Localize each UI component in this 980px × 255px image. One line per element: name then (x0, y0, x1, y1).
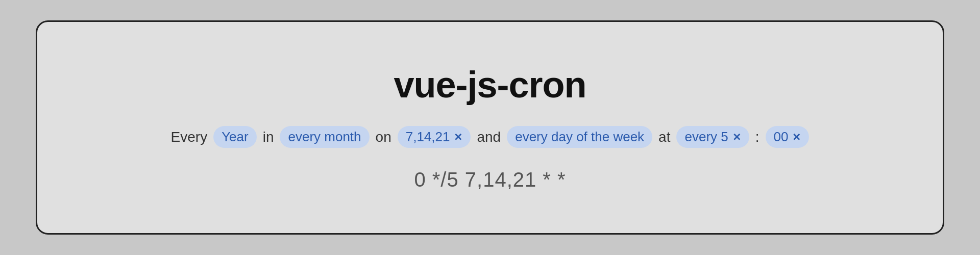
minutes-pill[interactable]: 00 ✕ (766, 126, 810, 148)
weekday-pill-text: every day of the week (515, 129, 644, 145)
colon-label: : (755, 129, 760, 145)
minutes-pill-text: 00 (774, 129, 789, 145)
month-pill[interactable]: every month (280, 126, 369, 148)
main-card: vue-js-cron Every Year in every month on… (36, 20, 944, 235)
in-label: in (263, 129, 274, 145)
period-pill-text: Year (222, 129, 249, 145)
app-title: vue-js-cron (394, 64, 586, 106)
hours-pill[interactable]: every 5 ✕ (676, 126, 749, 148)
cron-output: 0 */5 7,14,21 * * (414, 168, 566, 191)
weekday-pill[interactable]: every day of the week (507, 126, 652, 148)
and-label: and (477, 129, 501, 145)
days-pill[interactable]: 7,14,21 ✕ (398, 126, 471, 148)
days-pill-text: 7,14,21 (406, 129, 450, 145)
minutes-pill-close-icon[interactable]: ✕ (792, 132, 801, 142)
month-pill-text: every month (288, 129, 361, 145)
on-label: on (376, 129, 391, 145)
hours-pill-text: every 5 (684, 129, 728, 145)
hours-pill-close-icon[interactable]: ✕ (732, 132, 741, 142)
at-label: at (658, 129, 670, 145)
cron-sentence: Every Year in every month on 7,14,21 ✕ a… (171, 126, 810, 148)
every-label: Every (171, 129, 208, 145)
period-pill[interactable]: Year (213, 126, 257, 148)
days-pill-close-icon[interactable]: ✕ (454, 132, 462, 142)
